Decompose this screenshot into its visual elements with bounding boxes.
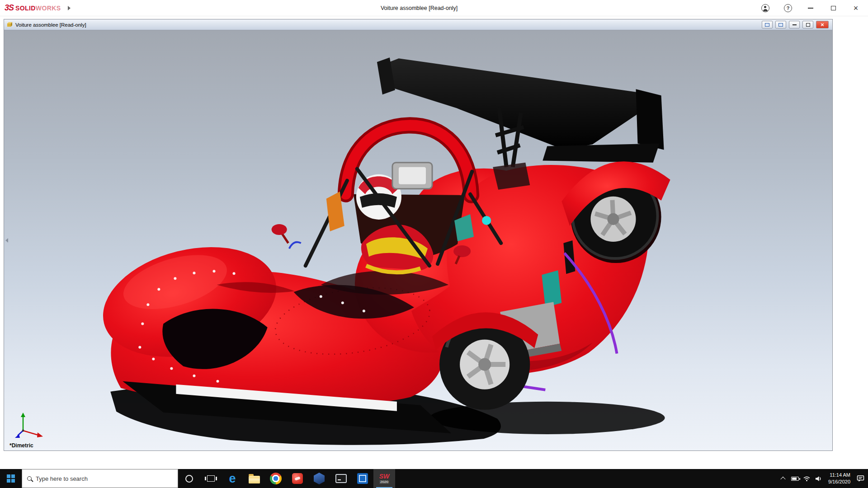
taskbar: e SW 2020 <box>0 469 868 488</box>
tray-expand-button[interactable] <box>777 469 789 488</box>
flyout-arrow-icon <box>68 6 71 10</box>
panel-collapse-button[interactable] <box>4 234 9 247</box>
search-icon <box>27 476 32 481</box>
app-title: Voiture assomblee [Read-only] <box>0 5 838 11</box>
chevron-up-icon <box>780 477 785 482</box>
tile-window-right-button[interactable] <box>775 21 786 28</box>
z-axis-arrow <box>15 431 23 438</box>
intake-box[interactable] <box>392 163 432 189</box>
menu-flyout-button[interactable] <box>68 6 71 10</box>
folder-icon <box>249 476 260 483</box>
tile-window-icon <box>778 23 783 27</box>
document-minimize-button[interactable] <box>789 21 800 28</box>
terminal-app-button[interactable] <box>330 469 352 488</box>
volume-button[interactable] <box>812 469 824 488</box>
document-restore-button[interactable] <box>802 21 813 28</box>
car-assembly-model[interactable] <box>4 30 832 450</box>
red-app-icon <box>292 473 303 484</box>
action-center-icon <box>857 475 864 482</box>
document-window: Voiture assomblee [Read-only] × <box>4 19 833 451</box>
document-titlebar[interactable]: Voiture assomblee [Read-only] × <box>4 19 832 30</box>
solidworks-icon-badge: 2020 <box>379 480 389 484</box>
search-input[interactable] <box>36 475 173 482</box>
blue-tile-app-button[interactable] <box>352 469 373 488</box>
graphics-viewport[interactable]: *Dimetric <box>4 30 832 450</box>
volume-icon <box>815 476 822 482</box>
solidworks-icon-label: SW <box>379 473 390 479</box>
collapse-arrow-icon <box>5 238 8 243</box>
minimize-icon <box>808 8 813 9</box>
terminal-icon <box>335 474 347 483</box>
maximize-button[interactable] <box>828 3 838 13</box>
file-explorer-button[interactable] <box>243 469 265 488</box>
task-view-button[interactable] <box>200 469 222 488</box>
hexagon-app-button[interactable] <box>308 469 330 488</box>
view-orientation-label: *Dimetric <box>9 442 33 449</box>
battery-button[interactable] <box>789 469 801 488</box>
clock[interactable]: 11:14 AM 9/16/2020 <box>824 469 854 488</box>
network-button[interactable] <box>801 469 812 488</box>
user-account-button[interactable] <box>760 3 770 13</box>
document-title: Voiture assomblee [Read-only] <box>15 22 86 28</box>
orientation-triad <box>14 411 47 440</box>
tile-window-icon <box>765 23 769 27</box>
solidworks-taskbar-icon: SW 2020 <box>379 473 390 484</box>
hexagon-app-icon <box>314 473 325 484</box>
solidworks-logo-works: WORKS <box>36 5 61 12</box>
edge-button[interactable]: e <box>222 469 243 488</box>
user-account-icon <box>761 4 769 12</box>
document-close-button[interactable]: × <box>816 21 829 28</box>
minimize-icon <box>793 24 797 25</box>
wifi-icon <box>803 475 811 482</box>
y-axis-arrow <box>21 413 25 431</box>
action-center-button[interactable] <box>854 469 866 488</box>
assembly-document-icon <box>6 21 13 28</box>
x-axis-arrow <box>23 431 43 437</box>
windows-logo-icon <box>7 474 15 483</box>
task-view-icon <box>207 475 215 482</box>
document-window-controls: × <box>762 21 830 28</box>
taskbar-search[interactable] <box>22 469 178 488</box>
maximize-icon <box>831 6 836 10</box>
cortana-icon <box>185 475 193 483</box>
help-button[interactable]: ? <box>783 3 793 13</box>
app-window-controls: ? × <box>760 3 868 13</box>
blue-tile-icon <box>357 473 368 484</box>
close-button[interactable]: × <box>851 3 861 13</box>
app-titlebar: 3S SOLID WORKS Voiture assomblee [Read-o… <box>0 0 868 16</box>
tile-window-left-button[interactable] <box>762 21 773 28</box>
solidworks-logo-mark: 3S <box>5 3 14 13</box>
start-button[interactable] <box>0 469 22 488</box>
system-tray: 11:14 AM 9/16/2020 <box>777 469 868 488</box>
close-icon: × <box>854 4 859 12</box>
rear-wing[interactable] <box>377 57 664 167</box>
solidworks-taskbar-button[interactable]: SW 2020 <box>373 469 395 488</box>
solidworks-logo-solid: SOLID <box>15 5 36 12</box>
help-icon: ? <box>784 4 792 12</box>
restore-icon <box>806 23 810 27</box>
red-app-button[interactable] <box>287 469 308 488</box>
edge-icon: e <box>229 473 236 485</box>
clock-date: 9/16/2020 <box>828 479 850 485</box>
battery-icon <box>791 477 799 481</box>
solidworks-logo: 3S SOLID WORKS <box>5 3 61 13</box>
minimize-button[interactable] <box>806 3 816 13</box>
cortana-button[interactable] <box>178 469 200 488</box>
clock-time: 11:14 AM <box>830 472 850 479</box>
screen: 3S SOLID WORKS Voiture assomblee [Read-o… <box>0 0 868 488</box>
chrome-icon <box>270 473 282 484</box>
chrome-button[interactable] <box>265 469 287 488</box>
